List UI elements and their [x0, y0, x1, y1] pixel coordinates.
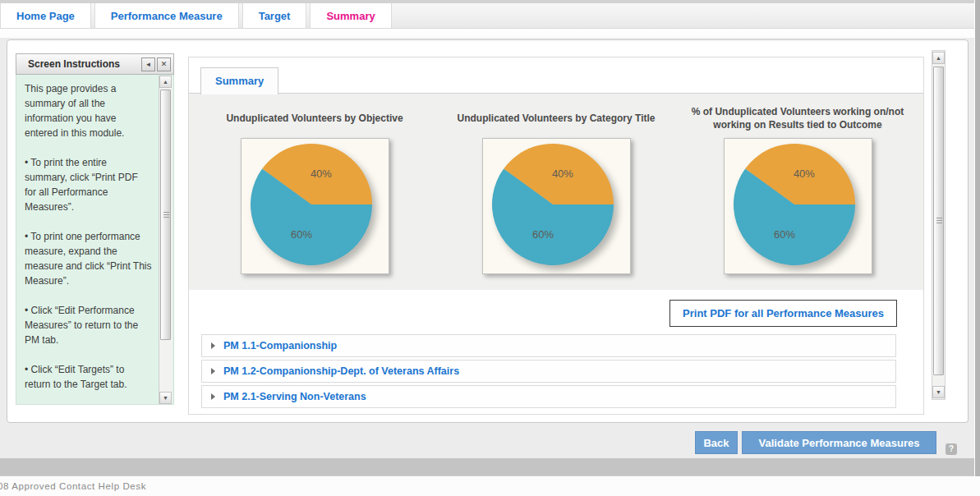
measure-label: PM 2.1-Serving Non-Veterans [223, 391, 366, 402]
expand-arrow-icon [211, 393, 215, 400]
measure-label: PM 1.1-Companionship [223, 340, 337, 351]
chart-title-outcome: % of Unduplicated Volunteers working on/… [677, 99, 918, 138]
screen-instructions-title: Screen Instructions [28, 58, 140, 70]
chart-column: Unduplicated Volunteers by Category Titl… [435, 99, 677, 290]
scrollbar-grip-icon [163, 212, 169, 218]
tab-summary[interactable]: Summary [310, 3, 391, 28]
summary-section: Summary Unduplicated Volunteers by Objec… [188, 57, 924, 415]
scroll-down-icon[interactable]: ▼ [159, 392, 172, 404]
tab-performance-measure[interactable]: Performance Measure [94, 3, 239, 28]
help-icon[interactable]: ? [945, 443, 957, 455]
expand-arrow-icon [211, 342, 215, 349]
bottom-divider-band [0, 458, 980, 475]
screen-instructions-body: This page provides a summary of all the … [16, 75, 174, 405]
instruction-paragraph: • Click “Edit Targets” to return to the … [25, 362, 152, 392]
tabbar-spacer [0, 30, 980, 38]
chart-column: Unduplicated Volunteers by Objective 40%… [194, 99, 435, 290]
close-panel-button[interactable]: ✕ [157, 57, 171, 71]
charts-region: Unduplicated Volunteers by Objective 40%… [189, 94, 923, 290]
svg-text:60%: 60% [774, 228, 795, 241]
tab-target[interactable]: Target [242, 3, 307, 28]
svg-text:60%: 60% [532, 228, 554, 241]
svg-text:40%: 40% [551, 168, 573, 180]
instructions-scrollbar[interactable]: ▲ ▼ [159, 76, 173, 404]
measures-list: PM 1.1-Companionship PM 1.2-Companionshi… [201, 334, 896, 408]
content-scrollbar[interactable]: ▲ ▼ [932, 50, 945, 400]
measure-row-pm-2-1[interactable]: PM 2.1-Serving Non-Veterans [201, 385, 896, 408]
scroll-up-icon[interactable]: ▲ [932, 52, 945, 64]
screen-instructions-header: Screen Instructions ◂ ✕ [16, 53, 174, 75]
main-tab-bar: Home Page Performance Measure Target Sum… [0, 3, 980, 29]
measure-label: PM 1.2-Companionship-Dept. of Veterans A… [223, 365, 459, 377]
expand-arrow-icon [211, 368, 215, 374]
window-right-strip [974, 0, 980, 476]
collapse-panel-button[interactable]: ◂ [141, 57, 155, 71]
footer-bar: 08 Approved Contact Help Desk [0, 475, 980, 496]
measure-row-pm-1-1[interactable]: PM 1.1-Companionship [201, 334, 896, 357]
chart-column: % of Unduplicated Volunteers working on/… [677, 99, 918, 290]
svg-text:60%: 60% [291, 228, 312, 241]
content-panel: Screen Instructions ◂ ✕ This page provid… [7, 39, 968, 423]
validate-performance-measures-button[interactable]: Validate Performance Measures [742, 431, 936, 454]
back-button[interactable]: Back [695, 431, 738, 454]
pie-chart-objective: 40%60% [241, 138, 389, 274]
scrollbar-grip-icon [936, 218, 942, 224]
chart-title-category: Unduplicated Volunteers by Category Titl… [458, 99, 656, 138]
instruction-paragraph: • To print one performance measure, expa… [25, 229, 152, 288]
instruction-paragraph: • Click “Edit Performance Measures” to r… [25, 303, 152, 347]
application-window: Home Page Performance Measure Target Sum… [0, 0, 980, 496]
print-row: Print PDF for all Performance Measures [189, 290, 923, 334]
chart-title-objective: Unduplicated Volunteers by Objective [226, 99, 403, 138]
scroll-up-icon[interactable]: ▲ [159, 76, 172, 88]
pie-chart-outcome: 40%60% [724, 138, 872, 274]
scroll-down-icon[interactable]: ▼ [932, 386, 945, 398]
close-icon: ✕ [161, 60, 168, 68]
print-pdf-button[interactable]: Print PDF for all Performance Measures [669, 300, 897, 327]
svg-text:40%: 40% [310, 168, 331, 180]
summary-subtab-bar: Summary [189, 57, 923, 94]
collapse-left-icon: ◂ [146, 60, 150, 68]
instruction-paragraph: This page provides a summary of all the … [25, 81, 152, 140]
screen-instructions-panel: Screen Instructions ◂ ✕ This page provid… [16, 53, 174, 405]
pie-chart-category: 40%60% [482, 138, 631, 274]
subtab-summary[interactable]: Summary [200, 67, 278, 94]
footer-text: 08 Approved Contact Help Desk [0, 481, 146, 491]
svg-text:40%: 40% [793, 168, 814, 180]
instructions-scrollbar-thumb[interactable] [160, 90, 171, 340]
content-scrollbar-thumb[interactable] [933, 67, 944, 375]
tab-home-page[interactable]: Home Page [0, 3, 91, 28]
measure-row-pm-1-2[interactable]: PM 1.2-Companionship-Dept. of Veterans A… [201, 360, 896, 383]
instruction-paragraph: • To print the entire summary, click “Pr… [25, 155, 152, 214]
